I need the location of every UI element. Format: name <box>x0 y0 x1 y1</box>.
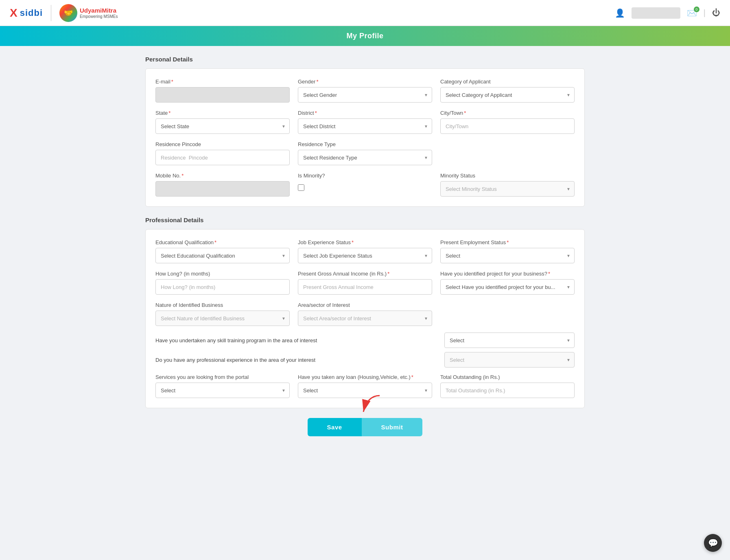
personal-details-title: Personal Details <box>145 56 585 63</box>
mobile-label: Mobile No.* <box>155 173 290 179</box>
udyami-icon: 🤝 <box>59 4 77 22</box>
udyami-subtitle: Empowering MSMEs <box>80 14 118 19</box>
notification-badge: 0 <box>694 7 699 12</box>
total-outstanding-label: Total Outstanding (in Rs.) <box>440 374 575 380</box>
user-icon[interactable]: 👤 <box>615 8 625 18</box>
nature-business-group: Nature of Identified Business Select Nat… <box>155 302 290 326</box>
mail-icon[interactable]: ✉️ 0 <box>687 8 697 18</box>
logo-divider <box>51 5 51 21</box>
professional-exp-select[interactable]: Select Yes No <box>444 352 575 368</box>
category-label: Category of Applicant <box>440 79 575 85</box>
save-button[interactable]: Save <box>308 418 362 436</box>
skill-training-section: Have you undertaken any skill training p… <box>155 332 575 368</box>
gender-select[interactable]: Select Gender Male Female Other <box>298 87 432 103</box>
nature-business-label: Nature of Identified Business <box>155 302 290 308</box>
is-minority-label: Is Minority? <box>298 173 432 179</box>
how-long-field[interactable] <box>155 279 290 295</box>
sidbi-logo: X sidbi <box>10 7 43 20</box>
email-field[interactable] <box>155 87 290 103</box>
state-select[interactable]: Select State Maharashtra Delhi Karnataka <box>155 118 290 134</box>
divider-bar: | <box>704 8 706 18</box>
banner-title: My Profile <box>346 32 383 40</box>
job-exp-label: Job Experience Status* <box>298 239 432 245</box>
minority-status-select-wrapper: Select Minority Status Muslim Christian … <box>440 181 575 197</box>
identified-project-group: Have you identified project for your bus… <box>440 271 575 295</box>
how-long-label: How Long? (in months) <box>155 271 290 277</box>
udyami-title: UdyamiMitra <box>80 7 118 14</box>
city-field[interactable] <box>440 118 575 134</box>
skill-training-select-wrapper: Select Yes No <box>444 332 575 348</box>
button-row: Save Submit <box>145 418 585 436</box>
skill-training-row: Have you undertaken any skill training p… <box>155 332 575 348</box>
state-select-wrapper: Select State Maharashtra Delhi Karnataka <box>155 118 290 134</box>
gross-income-label: Present Gross Annual Income (in Rs.)* <box>298 271 432 277</box>
emp-status-label: Present Employment Status* <box>440 239 575 245</box>
area-sector-label: Area/sector of Interest <box>298 302 432 308</box>
user-name-bar <box>632 7 680 19</box>
area-sector-group: Area/sector of Interest Select Area/sect… <box>298 302 432 326</box>
edu-qual-select-wrapper: Select Educational Qualification Below 1… <box>155 248 290 263</box>
empty-col-1 <box>440 141 575 165</box>
state-label: State* <box>155 110 290 116</box>
services-select-wrapper: Select Loan Training Handholding <box>155 383 290 398</box>
total-outstanding-field[interactable] <box>440 383 575 398</box>
professional-exp-select-wrapper: Select Yes No <box>444 352 575 368</box>
identified-project-select[interactable]: Select Have you identified project for y… <box>440 279 575 295</box>
skill-training-label: Have you undertaken any skill training p… <box>155 337 436 343</box>
personal-details-grid: E-mail* Gender* Select Gender Male Femal… <box>155 79 575 197</box>
pincode-field[interactable] <box>155 150 290 165</box>
empty-col-pro-1 <box>440 302 575 326</box>
residence-type-select-wrapper: Select Residence Type Owned Rented Lease… <box>298 150 432 165</box>
mobile-field[interactable] <box>155 181 290 197</box>
emp-status-group: Present Employment Status* Select Employ… <box>440 239 575 263</box>
residence-type-label: Residence Type <box>298 141 432 147</box>
skill-training-select[interactable]: Select Yes No <box>444 332 575 348</box>
total-outstanding-group: Total Outstanding (in Rs.) <box>440 374 575 398</box>
header: X sidbi 🤝 UdyamiMitra Empowering MSMEs 👤… <box>0 0 730 26</box>
professional-details-title: Professional Details <box>145 217 585 223</box>
emp-status-select-wrapper: Select Employed Unemployed Self-Employed <box>440 248 575 263</box>
power-icon[interactable]: ⏻ <box>712 8 720 18</box>
gross-income-field[interactable] <box>298 279 432 295</box>
submit-button[interactable]: Submit <box>362 418 423 436</box>
residence-type-select[interactable]: Select Residence Type Owned Rented Lease… <box>298 150 432 165</box>
email-group: E-mail* <box>155 79 290 103</box>
gender-group: Gender* Select Gender Male Female Other <box>298 79 432 103</box>
services-select[interactable]: Select Loan Training Handholding <box>155 383 290 398</box>
gender-label: Gender* <box>298 79 432 85</box>
nature-business-select[interactable]: Select Nature of Identified Business Man… <box>155 311 290 326</box>
edu-qual-select[interactable]: Select Educational Qualification Below 1… <box>155 248 290 263</box>
minority-status-group: Minority Status Select Minority Status M… <box>440 173 575 197</box>
is-minority-checkbox[interactable] <box>298 184 304 191</box>
services-label: Services you are looking from the portal <box>155 374 290 380</box>
gross-income-group: Present Gross Annual Income (in Rs.)* <box>298 271 432 295</box>
minority-status-select[interactable]: Select Minority Status Muslim Christian … <box>440 181 575 197</box>
category-select-wrapper: Select Category of Applicant General SC … <box>440 87 575 103</box>
header-right: 👤 ✉️ 0 | ⏻ <box>615 7 720 19</box>
is-minority-group: Is Minority? <box>298 173 432 197</box>
nature-business-select-wrapper: Select Nature of Identified Business Man… <box>155 311 290 326</box>
emp-status-select[interactable]: Select Employed Unemployed Self-Employed <box>440 248 575 263</box>
category-select[interactable]: Select Category of Applicant General SC … <box>440 87 575 103</box>
state-group: State* Select State Maharashtra Delhi Ka… <box>155 110 290 134</box>
pincode-group: Residence Pincode <box>155 141 290 165</box>
professional-details-card: Educational Qualification* Select Educat… <box>145 229 585 408</box>
mobile-group: Mobile No.* <box>155 173 290 197</box>
identified-project-select-wrapper: Select Have you identified project for y… <box>440 279 575 295</box>
job-exp-select[interactable]: Select Job Experience Status Fresher Exp… <box>298 248 432 263</box>
minority-status-label: Minority Status <box>440 173 575 179</box>
category-group: Category of Applicant Select Category of… <box>440 79 575 103</box>
job-exp-group: Job Experience Status* Select Job Experi… <box>298 239 432 263</box>
services-group: Services you are looking from the portal… <box>155 374 290 398</box>
city-label: City/Town* <box>440 110 575 116</box>
gender-select-wrapper: Select Gender Male Female Other <box>298 87 432 103</box>
area-sector-select[interactable]: Select Area/sector of Interest Agricultu… <box>298 311 432 326</box>
loan-label: Have you taken any loan (Housing,Vehicle… <box>298 374 432 380</box>
professional-details-grid: Educational Qualification* Select Educat… <box>155 239 575 326</box>
personal-details-card: E-mail* Gender* Select Gender Male Femal… <box>145 68 585 207</box>
edu-qual-label: Educational Qualification* <box>155 239 290 245</box>
email-label: E-mail* <box>155 79 290 85</box>
is-minority-checkbox-group <box>298 181 432 191</box>
district-select[interactable]: Select District <box>298 118 432 134</box>
udyami-logo: 🤝 UdyamiMitra Empowering MSMEs <box>59 4 118 22</box>
